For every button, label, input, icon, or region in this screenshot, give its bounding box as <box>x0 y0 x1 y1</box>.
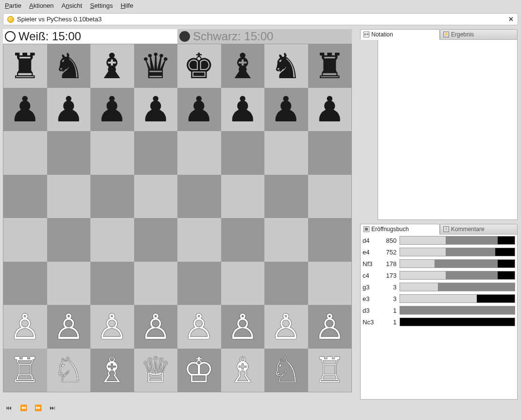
square-c2[interactable]: ♙ <box>90 305 134 349</box>
square-f8[interactable]: ♝ <box>221 44 265 88</box>
square-a1[interactable]: ♖ <box>3 349 47 392</box>
wr-piece[interactable]: ♖ <box>9 353 41 387</box>
square-a8[interactable]: ♜ <box>3 44 47 88</box>
wp-piece[interactable]: ♙ <box>183 309 215 344</box>
menu-settings[interactable]: Settings <box>90 2 113 9</box>
menu-aktionen[interactable]: Aktionen <box>29 2 54 9</box>
chess-board[interactable]: ♜♞♝♛♚♝♞♜♟♟♟♟♟♟♟♟♙♙♙♙♙♙♙♙♖♘♗♕♔♗♘♖ <box>3 44 352 392</box>
square-e8[interactable]: ♚ <box>177 44 221 88</box>
wp-piece[interactable]: ♙ <box>96 309 128 344</box>
wb-piece[interactable]: ♗ <box>227 353 259 387</box>
square-b1[interactable]: ♘ <box>47 349 91 392</box>
wq-piece[interactable]: ♕ <box>140 353 172 387</box>
wn-piece[interactable]: ♘ <box>270 353 302 387</box>
square-e1[interactable]: ♔ <box>177 349 221 392</box>
square-e3[interactable] <box>177 262 221 305</box>
square-g1[interactable]: ♘ <box>264 349 308 392</box>
opening-row[interactable]: g33 <box>361 281 517 293</box>
wn-piece[interactable]: ♘ <box>53 353 85 387</box>
square-h6[interactable] <box>308 131 352 175</box>
bp-piece[interactable]: ♟ <box>9 92 41 127</box>
bb-piece[interactable]: ♝ <box>96 49 128 84</box>
bb-piece[interactable]: ♝ <box>227 49 259 84</box>
square-a5[interactable] <box>3 175 47 218</box>
wp-piece[interactable]: ♙ <box>53 309 85 344</box>
square-a3[interactable] <box>3 262 47 305</box>
wp-piece[interactable]: ♙ <box>314 309 346 344</box>
wp-piece[interactable]: ♙ <box>270 309 302 344</box>
square-e5[interactable] <box>177 175 221 218</box>
square-g4[interactable] <box>264 218 308 262</box>
bp-piece[interactable]: ♟ <box>183 92 215 127</box>
square-a7[interactable]: ♟ <box>3 88 47 132</box>
square-b6[interactable] <box>47 131 91 175</box>
square-f7[interactable]: ♟ <box>221 88 265 132</box>
nav-first[interactable]: ⏮ <box>4 403 14 412</box>
wr-piece[interactable]: ♖ <box>314 353 346 387</box>
opening-row[interactable]: e4752 <box>361 246 517 258</box>
square-c6[interactable] <box>90 131 134 175</box>
square-b8[interactable]: ♞ <box>47 44 91 88</box>
square-d1[interactable]: ♕ <box>134 349 178 392</box>
menu-partie[interactable]: Partie <box>5 2 21 9</box>
bn-piece[interactable]: ♞ <box>53 49 85 84</box>
wp-piece[interactable]: ♙ <box>140 309 172 344</box>
opening-row[interactable]: d4850 <box>361 235 517 246</box>
opening-row[interactable]: Nc31 <box>361 316 517 328</box>
bp-piece[interactable]: ♟ <box>270 92 302 127</box>
square-g6[interactable] <box>264 131 308 175</box>
opening-row[interactable]: e33 <box>361 293 517 304</box>
menu-ansicht[interactable]: Ansicht <box>62 2 83 9</box>
square-f5[interactable] <box>221 175 265 218</box>
square-b4[interactable] <box>47 218 91 262</box>
br-piece[interactable]: ♜ <box>314 49 346 84</box>
square-d7[interactable]: ♟ <box>134 88 178 132</box>
square-e6[interactable] <box>177 131 221 175</box>
menu-hilfe[interactable]: Hilfe <box>121 2 133 9</box>
bp-piece[interactable]: ♟ <box>96 92 128 127</box>
square-b3[interactable] <box>47 262 91 305</box>
bk-piece[interactable]: ♚ <box>183 49 215 84</box>
bn-piece[interactable]: ♞ <box>270 49 302 84</box>
square-h7[interactable]: ♟ <box>308 88 352 132</box>
nav-next[interactable]: ⏩ <box>33 403 43 412</box>
tab-opening-book[interactable]: ▦ Eröffnugsbuch <box>360 224 440 235</box>
square-g7[interactable]: ♟ <box>264 88 308 132</box>
bp-piece[interactable]: ♟ <box>140 92 172 127</box>
wk-piece[interactable]: ♔ <box>183 353 215 387</box>
square-c8[interactable]: ♝ <box>90 44 134 88</box>
square-h4[interactable] <box>308 218 352 262</box>
opening-row[interactable]: c4173 <box>361 269 517 281</box>
square-a4[interactable] <box>3 218 47 262</box>
tab-comments[interactable]: ! Kommentare <box>440 224 518 235</box>
square-d5[interactable] <box>134 175 178 218</box>
bp-piece[interactable]: ♟ <box>53 92 85 127</box>
square-d6[interactable] <box>134 131 178 175</box>
square-e2[interactable]: ♙ <box>177 305 221 349</box>
square-d2[interactable]: ♙ <box>134 305 178 349</box>
square-h5[interactable] <box>308 175 352 218</box>
square-d4[interactable] <box>134 218 178 262</box>
wb-piece[interactable]: ♗ <box>96 353 128 387</box>
square-c3[interactable] <box>90 262 134 305</box>
square-e7[interactable]: ♟ <box>177 88 221 132</box>
square-d3[interactable] <box>134 262 178 305</box>
square-g8[interactable]: ♞ <box>264 44 308 88</box>
square-b5[interactable] <box>47 175 91 218</box>
square-h3[interactable] <box>308 262 352 305</box>
bp-piece[interactable]: ♟ <box>227 92 259 127</box>
square-f4[interactable] <box>221 218 265 262</box>
square-b7[interactable]: ♟ <box>47 88 91 132</box>
opening-row[interactable]: d31 <box>361 304 517 316</box>
bp-piece[interactable]: ♟ <box>314 92 346 127</box>
square-h1[interactable]: ♖ <box>308 349 352 392</box>
square-f1[interactable]: ♗ <box>221 349 265 392</box>
nav-last[interactable]: ⏭ <box>48 403 57 412</box>
opening-row[interactable]: Nf3178 <box>361 258 517 269</box>
close-icon[interactable]: ✕ <box>508 16 514 23</box>
tab-notation[interactable]: e4 Notation <box>360 29 440 40</box>
square-h8[interactable]: ♜ <box>308 44 352 88</box>
square-c4[interactable] <box>90 218 134 262</box>
square-a6[interactable] <box>3 131 47 175</box>
wp-piece[interactable]: ♙ <box>9 309 41 344</box>
